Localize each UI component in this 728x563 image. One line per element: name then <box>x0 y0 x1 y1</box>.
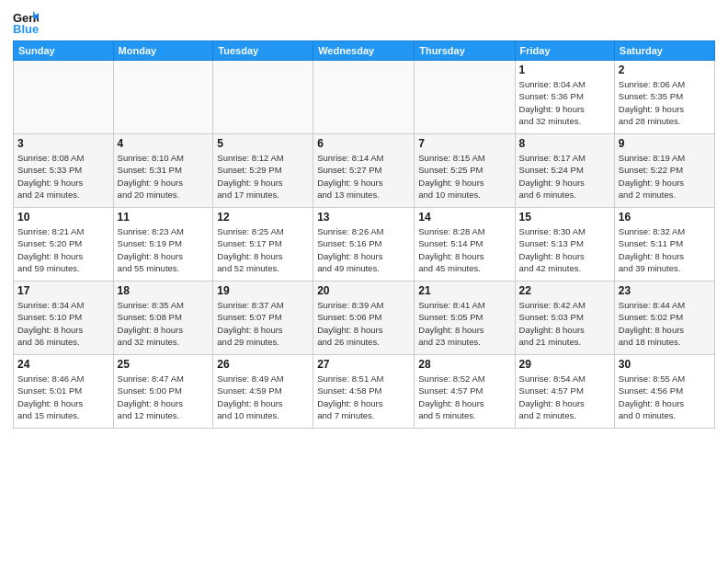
day-info: Sunrise: 8:49 AMSunset: 4:59 PMDaylight:… <box>217 373 309 421</box>
calendar-cell: 12Sunrise: 8:25 AMSunset: 5:17 PMDayligh… <box>213 208 313 282</box>
day-number: 3 <box>17 137 109 150</box>
day-number: 19 <box>217 284 309 297</box>
calendar-cell: 24Sunrise: 8:46 AMSunset: 5:01 PMDayligh… <box>14 355 114 429</box>
day-number: 16 <box>619 211 711 224</box>
calendar-container: General Blue SundayMondayTuesdayWednesda… <box>0 0 728 563</box>
day-number: 28 <box>418 358 510 371</box>
calendar-cell: 10Sunrise: 8:21 AMSunset: 5:20 PMDayligh… <box>14 208 114 282</box>
day-info: Sunrise: 8:30 AMSunset: 5:13 PMDaylight:… <box>519 225 610 274</box>
day-number: 21 <box>418 284 510 297</box>
calendar-cell: 25Sunrise: 8:47 AMSunset: 5:00 PMDayligh… <box>113 355 213 429</box>
day-number: 1 <box>519 63 610 76</box>
calendar-cell: 14Sunrise: 8:28 AMSunset: 5:14 PMDayligh… <box>415 208 515 282</box>
day-info: Sunrise: 8:51 AMSunset: 4:58 PMDaylight:… <box>317 373 410 421</box>
calendar-cell: 29Sunrise: 8:54 AMSunset: 4:57 PMDayligh… <box>515 355 614 429</box>
day-info: Sunrise: 8:23 AMSunset: 5:19 PMDaylight:… <box>118 225 210 274</box>
calendar-cell: 30Sunrise: 8:55 AMSunset: 4:56 PMDayligh… <box>614 355 714 429</box>
day-number: 14 <box>418 211 510 224</box>
calendar-cell <box>313 61 415 134</box>
calendar-cell: 22Sunrise: 8:42 AMSunset: 5:03 PMDayligh… <box>515 282 614 355</box>
calendar-cell: 21Sunrise: 8:41 AMSunset: 5:05 PMDayligh… <box>415 282 515 355</box>
weekday-header-sunday: Sunday <box>14 41 114 61</box>
day-number: 17 <box>17 284 109 297</box>
day-info: Sunrise: 8:34 AMSunset: 5:10 PMDaylight:… <box>17 299 109 348</box>
calendar-cell: 18Sunrise: 8:35 AMSunset: 5:08 PMDayligh… <box>113 282 213 355</box>
header: General Blue <box>13 9 715 35</box>
calendar-cell <box>415 61 515 134</box>
day-number: 6 <box>317 137 410 150</box>
calendar-cell: 13Sunrise: 8:26 AMSunset: 5:16 PMDayligh… <box>313 208 415 282</box>
calendar-cell: 28Sunrise: 8:52 AMSunset: 4:57 PMDayligh… <box>415 355 515 429</box>
calendar-cell: 16Sunrise: 8:32 AMSunset: 5:11 PMDayligh… <box>614 208 714 282</box>
calendar-header: SundayMondayTuesdayWednesdayThursdayFrid… <box>14 41 715 61</box>
calendar-cell: 17Sunrise: 8:34 AMSunset: 5:10 PMDayligh… <box>14 282 114 355</box>
logo: General Blue <box>13 9 44 35</box>
day-number: 4 <box>118 137 210 150</box>
calendar-week-4: 17Sunrise: 8:34 AMSunset: 5:10 PMDayligh… <box>14 282 715 355</box>
day-number: 13 <box>317 211 410 224</box>
day-number: 23 <box>619 284 711 297</box>
day-number: 11 <box>118 211 210 224</box>
day-number: 2 <box>619 63 711 76</box>
day-number: 20 <box>317 284 410 297</box>
calendar-table: SundayMondayTuesdayWednesdayThursdayFrid… <box>13 40 715 429</box>
weekday-header-wednesday: Wednesday <box>313 41 415 61</box>
calendar-cell: 20Sunrise: 8:39 AMSunset: 5:06 PMDayligh… <box>313 282 415 355</box>
day-number: 9 <box>619 137 711 150</box>
day-info: Sunrise: 8:42 AMSunset: 5:03 PMDaylight:… <box>519 299 610 348</box>
calendar-week-1: 1Sunrise: 8:04 AMSunset: 5:36 PMDaylight… <box>14 61 715 134</box>
calendar-week-3: 10Sunrise: 8:21 AMSunset: 5:20 PMDayligh… <box>14 208 715 282</box>
day-number: 25 <box>118 358 210 371</box>
calendar-cell: 26Sunrise: 8:49 AMSunset: 4:59 PMDayligh… <box>213 355 313 429</box>
calendar-cell: 8Sunrise: 8:17 AMSunset: 5:24 PMDaylight… <box>515 134 614 208</box>
day-info: Sunrise: 8:28 AMSunset: 5:14 PMDaylight:… <box>418 225 510 274</box>
calendar-cell: 2Sunrise: 8:06 AMSunset: 5:35 PMDaylight… <box>614 61 714 134</box>
calendar-cell: 1Sunrise: 8:04 AMSunset: 5:36 PMDaylight… <box>515 61 614 134</box>
calendar-week-2: 3Sunrise: 8:08 AMSunset: 5:33 PMDaylight… <box>14 134 715 208</box>
day-info: Sunrise: 8:06 AMSunset: 5:35 PMDaylight:… <box>619 78 711 127</box>
calendar-cell: 19Sunrise: 8:37 AMSunset: 5:07 PMDayligh… <box>213 282 313 355</box>
calendar-cell: 23Sunrise: 8:44 AMSunset: 5:02 PMDayligh… <box>614 282 714 355</box>
day-info: Sunrise: 8:04 AMSunset: 5:36 PMDaylight:… <box>519 78 610 127</box>
weekday-header-thursday: Thursday <box>415 41 515 61</box>
weekday-header-monday: Monday <box>113 41 213 61</box>
day-info: Sunrise: 8:44 AMSunset: 5:02 PMDaylight:… <box>619 299 711 348</box>
calendar-cell: 6Sunrise: 8:14 AMSunset: 5:27 PMDaylight… <box>313 134 415 208</box>
calendar-cell <box>213 61 313 134</box>
calendar-week-5: 24Sunrise: 8:46 AMSunset: 5:01 PMDayligh… <box>14 355 715 429</box>
calendar-cell: 3Sunrise: 8:08 AMSunset: 5:33 PMDaylight… <box>14 134 114 208</box>
day-info: Sunrise: 8:37 AMSunset: 5:07 PMDaylight:… <box>217 299 309 348</box>
day-info: Sunrise: 8:35 AMSunset: 5:08 PMDaylight:… <box>118 299 210 348</box>
day-number: 27 <box>317 358 410 371</box>
day-info: Sunrise: 8:08 AMSunset: 5:33 PMDaylight:… <box>17 152 109 201</box>
day-number: 5 <box>217 137 309 150</box>
logo-icon: General Blue <box>13 9 39 35</box>
calendar-cell: 9Sunrise: 8:19 AMSunset: 5:22 PMDaylight… <box>614 134 714 208</box>
calendar-cell <box>113 61 213 134</box>
day-number: 18 <box>118 284 210 297</box>
day-info: Sunrise: 8:14 AMSunset: 5:27 PMDaylight:… <box>317 152 410 201</box>
weekday-header-saturday: Saturday <box>614 41 714 61</box>
day-info: Sunrise: 8:47 AMSunset: 5:00 PMDaylight:… <box>118 373 210 421</box>
day-info: Sunrise: 8:54 AMSunset: 4:57 PMDaylight:… <box>519 373 610 421</box>
day-number: 8 <box>519 137 610 150</box>
svg-text:Blue: Blue <box>13 22 39 35</box>
day-info: Sunrise: 8:46 AMSunset: 5:01 PMDaylight:… <box>17 373 109 421</box>
day-info: Sunrise: 8:26 AMSunset: 5:16 PMDaylight:… <box>317 225 410 274</box>
calendar-cell: 11Sunrise: 8:23 AMSunset: 5:19 PMDayligh… <box>113 208 213 282</box>
day-number: 26 <box>217 358 309 371</box>
weekday-header-row: SundayMondayTuesdayWednesdayThursdayFrid… <box>14 41 715 61</box>
day-info: Sunrise: 8:17 AMSunset: 5:24 PMDaylight:… <box>519 152 610 201</box>
day-number: 29 <box>519 358 610 371</box>
day-number: 7 <box>418 137 510 150</box>
day-number: 15 <box>519 211 610 224</box>
calendar-cell: 7Sunrise: 8:15 AMSunset: 5:25 PMDaylight… <box>415 134 515 208</box>
day-number: 24 <box>17 358 109 371</box>
day-info: Sunrise: 8:52 AMSunset: 4:57 PMDaylight:… <box>418 373 510 421</box>
day-info: Sunrise: 8:10 AMSunset: 5:31 PMDaylight:… <box>118 152 210 201</box>
day-info: Sunrise: 8:15 AMSunset: 5:25 PMDaylight:… <box>418 152 510 201</box>
day-info: Sunrise: 8:19 AMSunset: 5:22 PMDaylight:… <box>619 152 711 201</box>
calendar-cell: 5Sunrise: 8:12 AMSunset: 5:29 PMDaylight… <box>213 134 313 208</box>
calendar-cell: 15Sunrise: 8:30 AMSunset: 5:13 PMDayligh… <box>515 208 614 282</box>
day-info: Sunrise: 8:12 AMSunset: 5:29 PMDaylight:… <box>217 152 309 201</box>
